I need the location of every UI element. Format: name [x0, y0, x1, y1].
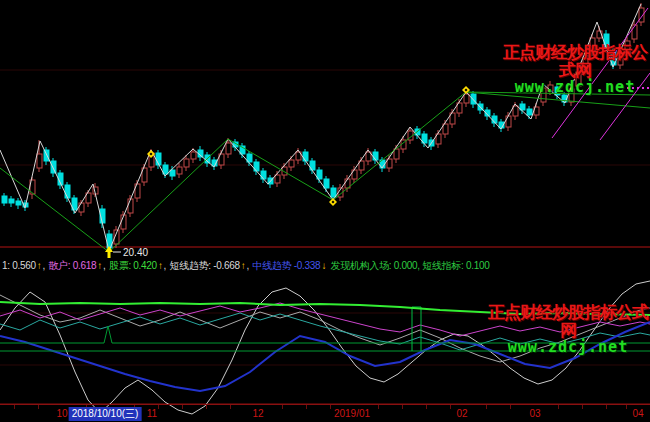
candle-down — [9, 199, 14, 203]
candle-down — [65, 185, 70, 198]
axis-tick — [402, 405, 403, 409]
stock-chart-app: 20.40 正点财经炒股指标公式网 www.zdcj.net 正点财经炒股指标公… — [0, 0, 650, 422]
price-label: 20.40 — [123, 247, 148, 258]
status-segment: ↑ — [37, 260, 42, 271]
status-segment: , — [247, 260, 252, 271]
axis-label: 03 — [529, 408, 540, 419]
axis-tick — [510, 405, 511, 409]
status-segment: ↓ — [321, 260, 326, 271]
status-segment: 发现机构入场: 0.000, 短线指标: 0.100 — [331, 260, 490, 271]
indicator-curve-pulse — [412, 307, 421, 351]
candle-up — [506, 116, 511, 127]
candle-down — [373, 152, 378, 160]
axis-tick — [230, 405, 231, 409]
candle-up — [226, 143, 231, 154]
candle-up — [184, 159, 189, 167]
axis-tick — [582, 405, 583, 409]
candle-down — [331, 188, 336, 197]
channel-line — [552, 8, 648, 138]
candle-up — [464, 94, 469, 103]
candle-up — [541, 88, 546, 102]
candle-up — [590, 38, 595, 52]
candle-down — [51, 161, 56, 173]
candle-up — [191, 152, 196, 159]
status-segment: , — [42, 260, 47, 271]
indicator-status-line: 1: 0.560↑, 散户: 0.618↑, 股票: 0.420↑, 短线趋势:… — [2, 259, 490, 272]
status-segment: ↑ — [158, 260, 163, 271]
candle-up — [625, 41, 630, 55]
status-segment: 散户: 0.618 — [48, 260, 96, 271]
candle-down — [16, 201, 21, 205]
channel-line — [600, 73, 650, 140]
candle-down — [324, 179, 329, 188]
candle-down — [261, 171, 266, 179]
status-segment: 股票: 0.420 — [109, 260, 157, 271]
axis-tick — [606, 405, 607, 409]
axis-label: 02 — [456, 408, 467, 419]
status-segment — [327, 260, 329, 271]
axis-tick — [330, 405, 331, 409]
candle-up — [37, 154, 42, 168]
status-segment: ↑ — [97, 260, 102, 271]
candle-up — [583, 55, 588, 69]
indicator-curve-magenta_c — [0, 303, 650, 336]
candle-down — [2, 196, 7, 203]
date-axis[interactable]: 102018/10/10(三)11122019/01020304 — [0, 404, 650, 422]
axis-label: 10 — [56, 408, 67, 419]
status-segment: , — [164, 260, 169, 271]
trend-line — [0, 168, 109, 252]
axis-label: 12 — [252, 408, 263, 419]
candle-down — [527, 109, 532, 115]
candle-down — [604, 34, 609, 48]
axis-tick — [282, 405, 283, 409]
chart-canvas[interactable]: 20.40 — [0, 0, 650, 422]
axis-label: 04 — [632, 408, 643, 419]
axis-tick — [426, 405, 427, 409]
selected-date-badge: 2018/10/10(三) — [69, 407, 142, 421]
status-segment: ↑ — [241, 260, 246, 271]
axis-tick — [182, 405, 183, 409]
axis-tick — [378, 405, 379, 409]
axis-tick — [450, 405, 451, 409]
status-segment: 中线趋势 -0.338 — [253, 260, 321, 271]
candle-up — [177, 167, 182, 174]
candle-up — [618, 58, 623, 65]
status-segment: 短线趋势: -0.668 — [170, 260, 240, 271]
axis-tick — [306, 405, 307, 409]
candle-up — [275, 175, 280, 183]
axis-tick — [626, 405, 627, 409]
axis-tick — [38, 405, 39, 409]
trend-line — [333, 92, 466, 200]
zigzag-line — [0, 4, 641, 251]
candle-up — [289, 160, 294, 167]
candle-up — [128, 199, 133, 213]
axis-label: 11 — [147, 408, 157, 419]
axis-tick — [558, 405, 559, 409]
status-segment: , — [103, 260, 108, 271]
candle-up — [79, 203, 84, 212]
axis-tick — [14, 405, 15, 409]
axis-tick — [486, 405, 487, 409]
axis-label: 2019/01 — [334, 408, 370, 419]
candle-up — [513, 106, 518, 116]
indicator-curve-white_a — [0, 281, 650, 414]
axis-tick — [158, 405, 159, 409]
candle-down — [303, 152, 308, 161]
axis-tick — [206, 405, 207, 409]
indicator-curve-blue — [0, 322, 650, 391]
trend-line — [109, 139, 228, 252]
status-segment: 1: 0.560 — [2, 260, 36, 271]
